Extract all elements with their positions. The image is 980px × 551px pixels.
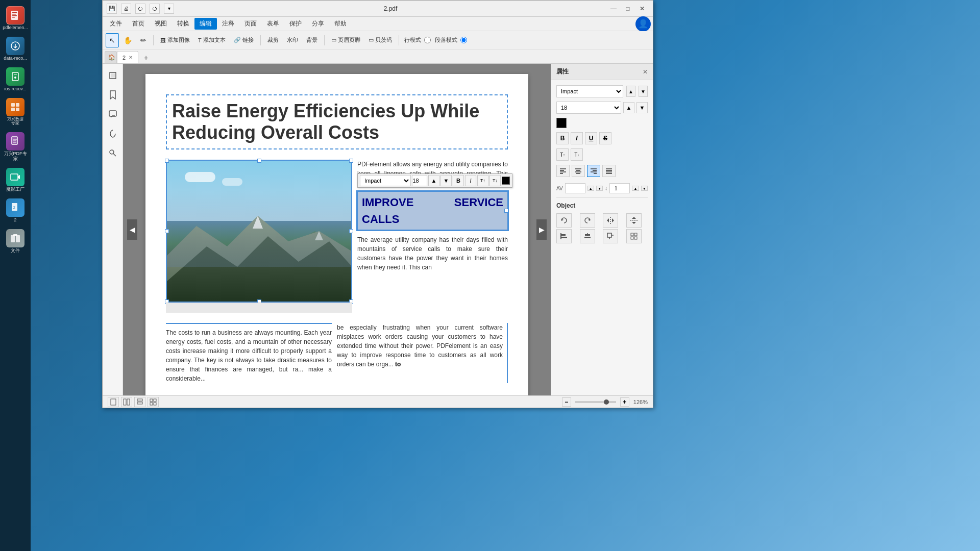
comment-tool[interactable] bbox=[105, 107, 120, 122]
align-justify-btn[interactable] bbox=[602, 165, 616, 177]
taskbar-data-recovery[interactable]: data-reco... bbox=[3, 35, 28, 63]
crop-btn[interactable]: 裁剪 bbox=[264, 33, 282, 47]
obj-group-btn[interactable] bbox=[626, 229, 642, 243]
background-btn[interactable]: 背景 bbox=[303, 33, 321, 47]
tab-close-btn[interactable]: ✕ bbox=[129, 55, 133, 60]
prop-color-swatch[interactable] bbox=[556, 118, 567, 128]
quick-btn4[interactable]: ⭯ bbox=[150, 4, 160, 14]
page-prev-btn[interactable]: ◀ bbox=[127, 219, 137, 240]
watermark-btn[interactable]: 水印 bbox=[283, 33, 302, 47]
prop-bold-btn[interactable]: B bbox=[556, 132, 569, 144]
font-name-up[interactable]: ▲ bbox=[626, 86, 635, 97]
panel-close-btn[interactable]: ✕ bbox=[643, 68, 648, 76]
header-footer-btn[interactable]: ▭ 页眉页脚 bbox=[328, 33, 364, 47]
bookmark-tool[interactable] bbox=[105, 87, 120, 103]
home-tab[interactable]: 🏠 bbox=[105, 51, 117, 63]
image-container[interactable] bbox=[166, 160, 352, 313]
edit-tool-btn[interactable]: ✏ bbox=[137, 33, 150, 47]
obj-align-left-btn[interactable] bbox=[556, 229, 572, 243]
link-btn[interactable]: 🔗 链接 bbox=[230, 33, 257, 47]
pdf-viewer[interactable]: ◀ Raise Energy Efficiencies Up WhileRedu… bbox=[123, 64, 551, 395]
prop-size-select[interactable]: 18 bbox=[556, 102, 621, 114]
line-spacing-down[interactable]: ▼ bbox=[641, 186, 648, 191]
quick-save-btn[interactable]: 💾 bbox=[107, 4, 117, 14]
add-text-btn[interactable]: T 添加文本 bbox=[194, 33, 229, 47]
font-size-down-btn[interactable]: ▼ bbox=[440, 175, 452, 186]
rotate-ccw-btn[interactable] bbox=[556, 213, 572, 228]
quick-print-btn[interactable]: 🖨 bbox=[121, 4, 131, 14]
menu-page[interactable]: 页面 bbox=[239, 18, 262, 30]
flip-h-btn[interactable] bbox=[603, 213, 618, 228]
obj-crop-btn[interactable] bbox=[603, 229, 618, 243]
quick-btn3[interactable]: ⭮ bbox=[135, 4, 145, 14]
add-tab-btn[interactable]: + bbox=[140, 52, 152, 63]
align-left-btn[interactable] bbox=[556, 165, 570, 177]
letter-spacing-input[interactable] bbox=[565, 183, 585, 193]
paragraph-mode-radio[interactable] bbox=[460, 37, 467, 43]
taskbar-files[interactable]: 文件 bbox=[3, 227, 28, 256]
maximize-btn[interactable]: □ bbox=[621, 3, 634, 14]
taskbar-ios-recovery[interactable]: ios-recov... bbox=[3, 65, 28, 94]
subscript-btn[interactable]: T↓ bbox=[489, 175, 501, 186]
menu-share[interactable]: 分享 bbox=[307, 18, 329, 30]
search-tool[interactable] bbox=[105, 145, 120, 161]
two-page-btn[interactable] bbox=[121, 397, 132, 407]
taskbar-pdf-expert[interactable]: 万兴PDF专家 bbox=[3, 130, 28, 164]
menu-annotate[interactable]: 注释 bbox=[217, 18, 239, 30]
thumbnail-tool[interactable] bbox=[105, 68, 120, 83]
heading-right-handle[interactable] bbox=[504, 209, 508, 213]
menu-view[interactable]: 视图 bbox=[150, 18, 172, 30]
line-spacing-input[interactable] bbox=[609, 183, 630, 193]
align-right-btn[interactable] bbox=[587, 165, 600, 177]
taskbar-data-expert[interactable]: 万兴数据专家 bbox=[3, 96, 28, 129]
prop-size-up[interactable]: ▲ bbox=[623, 102, 634, 113]
font-size-up-btn[interactable]: ▲ bbox=[428, 175, 439, 186]
obj-align-center-btn[interactable] bbox=[580, 229, 595, 243]
page-next-btn[interactable]: ▶ bbox=[536, 219, 547, 240]
menu-edit[interactable]: 编辑 bbox=[194, 18, 217, 30]
grid-view-btn[interactable] bbox=[148, 397, 159, 407]
menu-protect[interactable]: 保护 bbox=[284, 18, 307, 30]
taskbar-file-2[interactable]: 2 2 bbox=[3, 196, 28, 225]
select-tool-btn[interactable]: ↖ bbox=[106, 33, 119, 47]
hand-tool-btn[interactable]: ✋ bbox=[120, 33, 136, 47]
menu-convert[interactable]: 转换 bbox=[172, 18, 194, 30]
prop-strikethrough-btn[interactable]: S bbox=[599, 132, 611, 144]
scroll-btn[interactable] bbox=[134, 397, 145, 407]
taskbar-pdfelement[interactable]: pdfelemen... bbox=[3, 4, 28, 33]
letter-spacing-down[interactable]: ▼ bbox=[596, 186, 603, 191]
prop-subscript-btn[interactable]: T↓ bbox=[571, 148, 583, 161]
prop-size-down[interactable]: ▼ bbox=[636, 102, 648, 113]
add-image-btn[interactable]: 🖼 添加图像 bbox=[157, 33, 193, 47]
improve-heading-container[interactable]: IMPROVE SERVICE CALLS Impact ▲ ▼ bbox=[357, 191, 508, 230]
letter-spacing-up[interactable]: ▲ bbox=[587, 186, 594, 191]
tab-document[interactable]: 2 ✕ bbox=[117, 51, 138, 63]
flip-v-btn[interactable] bbox=[626, 213, 642, 228]
rotate-cw-btn[interactable] bbox=[580, 213, 595, 228]
zoom-slider[interactable] bbox=[575, 401, 616, 403]
italic-btn[interactable]: I bbox=[465, 175, 476, 186]
align-center-btn[interactable] bbox=[572, 165, 585, 177]
bold-btn[interactable]: B bbox=[453, 175, 464, 186]
prop-italic-btn[interactable]: I bbox=[571, 132, 583, 144]
superscript-btn[interactable]: T↑ bbox=[477, 175, 488, 186]
quick-dropdown[interactable]: ▾ bbox=[164, 4, 174, 14]
minimize-btn[interactable]: — bbox=[607, 3, 620, 14]
zoom-in-btn[interactable]: + bbox=[620, 397, 629, 407]
font-size-input[interactable] bbox=[412, 175, 427, 186]
line-spacing-up[interactable]: ▲ bbox=[632, 186, 639, 191]
font-name-down[interactable]: ▼ bbox=[639, 86, 648, 97]
bates-btn[interactable]: ▭ 贝茨码 bbox=[365, 33, 396, 47]
prop-font-select[interactable]: Impact bbox=[556, 85, 623, 97]
font-family-select[interactable]: Impact bbox=[360, 175, 411, 186]
prop-superscript-btn[interactable]: T↑ bbox=[556, 148, 569, 161]
menu-file[interactable]: 文件 bbox=[105, 18, 127, 30]
menu-form[interactable]: 表单 bbox=[262, 18, 284, 30]
single-page-btn[interactable] bbox=[108, 397, 119, 407]
text-color-swatch[interactable] bbox=[502, 177, 510, 185]
row-mode-radio[interactable] bbox=[424, 37, 431, 43]
menu-help[interactable]: 帮助 bbox=[329, 18, 352, 30]
close-btn[interactable]: ✕ bbox=[635, 3, 649, 14]
user-account-btn[interactable]: 👤 bbox=[635, 16, 651, 32]
zoom-out-btn[interactable]: − bbox=[562, 397, 571, 407]
